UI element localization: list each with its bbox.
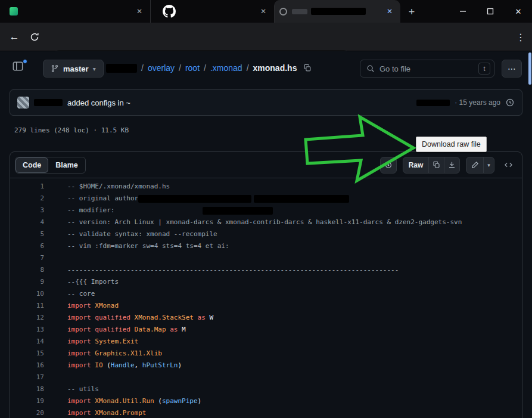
line-number[interactable]: 19 xyxy=(10,395,44,407)
line-content: --{{{ Imports xyxy=(67,278,119,286)
code-token: ----------------------------------------… xyxy=(67,266,399,274)
code-token: as xyxy=(166,326,182,333)
line-number[interactable]: 1 xyxy=(10,181,44,193)
copy-path-icon[interactable] xyxy=(303,64,312,72)
commit-message[interactable]: added configs in ~ xyxy=(67,98,130,107)
branch-selector-button[interactable]: master ▾ xyxy=(43,60,104,78)
tab-close-icon[interactable]: ✕ xyxy=(257,5,269,17)
line-content: import System.Exit xyxy=(67,338,138,345)
breadcrumb-dir-root[interactable]: root xyxy=(185,63,200,73)
file-toolbar: Code Blame Raw xyxy=(10,152,522,178)
code-token: IO xyxy=(95,361,102,369)
code-token: M xyxy=(182,326,186,333)
redacted-repo-name xyxy=(106,64,137,73)
window-minimize-button[interactable] xyxy=(449,0,477,23)
sidebar-toggle-button[interactable] xyxy=(12,61,29,76)
line-number[interactable]: 4 xyxy=(10,216,44,228)
github-logo-icon xyxy=(163,5,176,18)
raw-button[interactable]: Raw xyxy=(403,157,428,173)
code-token: ) xyxy=(178,361,182,369)
download-raw-icon[interactable] xyxy=(444,157,459,173)
copy-raw-icon[interactable] xyxy=(428,157,444,173)
latest-commit-bar[interactable]: added configs in ~ · 15 years ago xyxy=(10,89,522,116)
page-scrollbar-thumb[interactable] xyxy=(528,52,531,85)
line-number[interactable]: 18 xyxy=(10,383,44,395)
edit-pencil-icon[interactable] xyxy=(466,157,483,173)
code-token: import xyxy=(67,302,95,309)
line-number[interactable]: 20 xyxy=(10,407,44,418)
line-number[interactable]: 10 xyxy=(10,288,44,300)
breadcrumb-separator: / xyxy=(247,63,249,73)
line-number[interactable]: 8 xyxy=(10,264,44,276)
line-content: -- $HOME/.xmonad/xmonad.hs xyxy=(67,182,170,190)
file-header-overflow-button[interactable]: ⋯ xyxy=(502,60,522,78)
code-redaction xyxy=(254,195,349,203)
branch-name: master xyxy=(63,64,89,73)
code-token: ( xyxy=(154,397,162,405)
file-stats: 279 lines (248 loc) · 11.5 KB xyxy=(14,126,129,134)
line-number[interactable]: 2 xyxy=(10,193,44,205)
line-number[interactable]: 17 xyxy=(10,371,44,383)
breadcrumb-dir-overlay[interactable]: overlay xyxy=(148,63,175,73)
code-token: -- validate syntax: xmonad --recompile xyxy=(67,230,217,238)
tab-close-icon[interactable]: ✕ xyxy=(384,5,396,17)
redacted-commit-hash xyxy=(416,100,450,106)
code-line: 4-- version: Arch Linux | xmonad-darcs &… xyxy=(10,216,522,228)
code-token: XMonad.StackSet xyxy=(135,314,194,321)
line-number[interactable]: 3 xyxy=(10,205,44,216)
go-to-file-input[interactable] xyxy=(379,64,478,73)
line-number[interactable]: 16 xyxy=(10,360,44,371)
symbols-icon[interactable] xyxy=(380,157,397,174)
window-close-button[interactable]: ✕ xyxy=(505,0,532,23)
line-content: import XMonad.Prompt xyxy=(67,409,146,417)
notification-dot xyxy=(23,59,27,64)
breadcrumb-dir-xmonad[interactable]: .xmonad xyxy=(210,63,242,73)
code-token: ) xyxy=(198,397,202,405)
browser-tab-strip: ✕ ✕ ✕ + ✕ xyxy=(0,0,532,23)
line-content: import Graphics.X11.Xlib xyxy=(67,349,162,357)
line-number[interactable]: 9 xyxy=(10,276,44,288)
code-token: import xyxy=(67,409,95,417)
code-line: 13import qualified Data.Map as M xyxy=(10,324,522,336)
browser-tab-3-active[interactable]: ✕ xyxy=(274,0,400,23)
tab-code[interactable]: Code xyxy=(15,157,48,173)
code-brackets-icon[interactable] xyxy=(500,157,516,174)
window-maximize-button[interactable] xyxy=(477,0,504,23)
line-content: -- version: Arch Linux | xmonad-darcs & … xyxy=(67,218,462,226)
tab-blame[interactable]: Blame xyxy=(48,157,85,173)
go-to-file-search[interactable]: t xyxy=(360,60,494,78)
commit-author-avatar[interactable] xyxy=(17,97,29,109)
browser-menu-kebab-icon[interactable]: ⋮ xyxy=(512,29,529,45)
code-token: import xyxy=(67,361,95,369)
history-clock-icon[interactable] xyxy=(505,98,515,107)
edit-dropdown-caret-icon[interactable]: ▾ xyxy=(483,157,494,173)
code-token: XMonad.Prompt xyxy=(95,409,146,417)
code-token: hPutStrLn xyxy=(142,361,178,369)
code-token: import qualified xyxy=(67,314,135,321)
code-token: -- vim :fdm=marker sw=4 sts=4 ts=4 et ai… xyxy=(67,242,229,250)
breadcrumb-separator: / xyxy=(141,63,144,73)
code-line: 11import XMonad xyxy=(10,300,522,312)
back-icon[interactable]: ← xyxy=(6,29,23,45)
browser-tab-2[interactable]: ✕ xyxy=(150,0,274,23)
line-number[interactable]: 5 xyxy=(10,228,44,240)
code-line: 16import IO (Handle, hPutStrLn) xyxy=(10,360,522,371)
code-token: Graphics.X11.Xlib xyxy=(95,349,162,357)
tab3-favicon-icon xyxy=(279,8,287,16)
browser-tab-1[interactable]: ✕ xyxy=(5,0,150,23)
new-tab-button[interactable]: + xyxy=(404,4,419,20)
line-number[interactable]: 7 xyxy=(10,252,44,264)
line-number[interactable]: 15 xyxy=(10,348,44,360)
line-number[interactable]: 12 xyxy=(10,312,44,324)
refresh-icon[interactable] xyxy=(26,29,43,45)
code-line: 20import XMonad.Prompt xyxy=(10,407,522,418)
line-number[interactable]: 6 xyxy=(10,240,44,252)
tab-close-icon[interactable]: ✕ xyxy=(133,5,145,17)
line-number[interactable]: 11 xyxy=(10,300,44,312)
code-token: System.Exit xyxy=(95,338,138,345)
code-line: 2-- original author xyxy=(10,193,522,205)
code-token: --{{{ Imports xyxy=(67,278,119,286)
line-number[interactable]: 14 xyxy=(10,336,44,348)
line-number[interactable]: 13 xyxy=(10,324,44,336)
tab1-favicon-icon xyxy=(10,7,18,16)
